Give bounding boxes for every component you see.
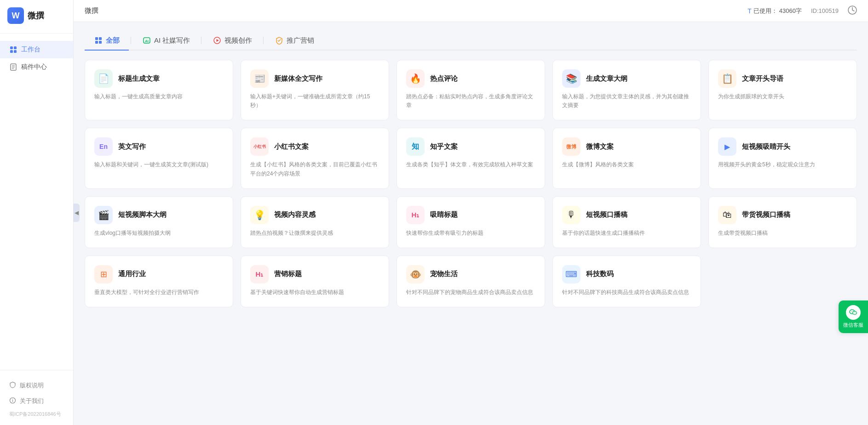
card-header: 📋 文章开头导语 (718, 69, 847, 88)
card-title-hook-title: 吸睛标题 (430, 210, 458, 219)
wechat-service-label: 微信客服 (843, 322, 863, 329)
card-short-script[interactable]: 🎬 短视频脚本大纲 生成vlog口播等短视频拍摄大纲 (85, 196, 233, 248)
card-icon-short-script2: 🎙 (562, 206, 581, 224)
shield-check-icon (275, 36, 284, 45)
card-header: 小红书 小红书文案 (250, 137, 379, 156)
card-marketing-title[interactable]: H₁ 营销标题 基于关键词快速帮你自动生成营销标题 (241, 255, 389, 307)
card-video-inspiration[interactable]: 💡 视频内容灵感 踏热点拍视频？让微撰来提供灵感 (241, 196, 389, 248)
card-short-script2[interactable]: 🎙 短视频口播稿 基于你的话题快速生成口播播稿件 (552, 196, 701, 248)
card-pet-life[interactable]: 🐵 宠物生活 针对不同品牌下的宠物商品生成符合该商品卖点信息 (397, 255, 545, 307)
video-icon (213, 36, 222, 45)
sidebar-collapse-button[interactable]: ◀ (73, 204, 80, 222)
main-area: 微撰 T 已使用： 43060字 ID:100519 全部 (74, 0, 868, 425)
card-icon-hook-title: H₁ (406, 206, 425, 224)
card-xiaohongshu[interactable]: 小红书 小红书文案 生成【小红书】风格的各类文案，目前已覆盖小红书平台的24个内… (241, 128, 389, 188)
tab-bar: 全部 AI AI 社媒写作 视频创作 推广营销 (85, 31, 857, 51)
workbench-icon (9, 45, 17, 54)
card-title-ecommerce-script: 带货视频口播稿 (742, 210, 790, 219)
card-title-outline: 生成文章大纲 (586, 74, 627, 83)
sidebar-item-workbench[interactable]: 工作台 (0, 41, 73, 58)
sidebar-footer-copyright[interactable]: 版权说明 (0, 378, 73, 393)
card-icon-title-article: 📄 (94, 69, 113, 88)
card-icon-outline: 📚 (562, 69, 581, 88)
card-title-opening: 文章开头导语 (742, 74, 783, 83)
topbar: 微撰 T 已使用： 43060字 ID:100519 (74, 0, 868, 22)
card-icon-short-video-hook: ▶ (718, 137, 736, 156)
card-header: H₁ 吸睛标题 (406, 206, 535, 224)
card-icon-ecommerce-script: 🛍 (718, 206, 736, 224)
card-hot-comment[interactable]: 🔥 热点评论 踏热点必备：粘贴实时热点内容，生成多角度评论文章 (397, 60, 545, 120)
logo-text: 微撰 (28, 10, 44, 21)
wechat-service-button[interactable]: 微信客服 (839, 300, 868, 333)
card-desc-zhihu: 生成各类【知乎】体文章，有效完成软植入种草文案 (406, 160, 535, 169)
card-tech-digital[interactable]: ⌨ 科技数码 针对不同品牌下的科技商品生成符合该商品卖点信息 (552, 255, 701, 307)
about-label: 关于我们 (20, 397, 44, 405)
card-header: 📰 新媒体全文写作 (250, 69, 379, 88)
cards-grid: 📄 标题生成文章 输入标题，一键生成高质量文章内容 📰 新媒体全文写作 输入标题… (85, 60, 857, 307)
sidebar-footer: 版权说明 关于我们 蜀ICP备2022016846号 (0, 370, 73, 425)
info-icon (9, 397, 16, 405)
card-desc-xiaohongshu: 生成【小红书】风格的各类文案，目前已覆盖小红书平台的24个内容场景 (250, 160, 379, 178)
logout-icon[interactable] (848, 6, 857, 16)
card-desc-short-video-hook: 用视频开头的黄金5秒，稳定观众注意力 (718, 160, 847, 169)
svg-point-10 (12, 399, 13, 399)
tab-all[interactable]: 全部 (85, 31, 129, 51)
card-general-industry[interactable]: ⊞ 通用行业 垂直类大模型，可针对全行业进行营销写作 (85, 255, 233, 307)
card-title-short-script2: 短视频口播稿 (586, 210, 627, 219)
card-icon-hot-comment: 🔥 (406, 69, 425, 88)
card-title-short-script: 短视频脚本大纲 (118, 210, 167, 219)
card-icon-english: En (94, 137, 113, 156)
wechat-icon (846, 305, 861, 320)
card-zhihu[interactable]: 知 知乎文案 生成各类【知乎】体文章，有效完成软植入种草文案 (397, 128, 545, 188)
tab-social[interactable]: AI AI 社媒写作 (133, 31, 199, 51)
card-icon-short-script: 🎬 (94, 206, 113, 224)
shield-icon (9, 381, 16, 390)
card-hook-title[interactable]: H₁ 吸睛标题 快速帮你生成带有吸引力的标题 (397, 196, 545, 248)
card-title-article[interactable]: 📄 标题生成文章 输入标题，一键生成高质量文章内容 (85, 60, 233, 120)
card-header: 🎬 短视频脚本大纲 (94, 206, 224, 224)
usage-label: 已使用： (753, 7, 777, 15)
tab-video-label: 视频创作 (224, 36, 252, 45)
card-new-media[interactable]: 📰 新媒体全文写作 输入标题+关键词，一键准确生成所需文章（约15秒） (241, 60, 389, 120)
card-short-video-hook[interactable]: ▶ 短视频吸睛开头 用视频开头的黄金5秒，稳定观众注意力 (708, 128, 857, 188)
card-icon-general-industry: ⊞ (94, 265, 113, 283)
card-icon-video-inspiration: 💡 (250, 206, 269, 224)
card-header: 💡 视频内容灵感 (250, 206, 379, 224)
svg-point-24 (854, 312, 854, 313)
content-area: 全部 AI AI 社媒写作 视频创作 推广营销 (74, 22, 868, 425)
card-outline[interactable]: 📚 生成文章大纲 输入标题，为您提供文章主体的灵感，并为其创建推文摘要 (552, 60, 701, 120)
card-header: 🎙 短视频口播稿 (562, 206, 691, 224)
sidebar-footer-about[interactable]: 关于我们 (0, 393, 73, 409)
card-weibo[interactable]: 微博 微博文案 生成【微博】风格的各类文案 (552, 128, 701, 188)
card-desc-short-script2: 基于你的话题快速生成口播播稿件 (562, 229, 691, 238)
svg-point-25 (855, 312, 856, 313)
usage-count: 43060字 (779, 7, 802, 15)
tab-video[interactable]: 视频创作 (203, 31, 261, 51)
sidebar-item-drafts[interactable]: 稿件中心 (0, 58, 73, 76)
svg-rect-2 (10, 50, 13, 53)
card-icon-zhihu: 知 (406, 137, 425, 156)
card-header: ▶ 短视频吸睛开头 (718, 137, 847, 156)
card-header: 🔥 热点评论 (406, 69, 535, 88)
card-icon-opening: 📋 (718, 69, 736, 88)
card-icon-new-media: 📰 (250, 69, 269, 88)
tab-social-label: AI 社媒写作 (154, 36, 190, 45)
svg-rect-15 (99, 41, 102, 44)
card-desc-general-industry: 垂直类大模型，可针对全行业进行营销写作 (94, 288, 224, 297)
card-icon-tech-digital: ⌨ (562, 265, 581, 283)
grid-icon (94, 36, 103, 45)
card-title-weibo: 微博文案 (586, 142, 614, 151)
card-desc-opening: 为你生成抓眼球的文章开头 (718, 92, 847, 101)
card-header: 微博 微博文案 (562, 137, 691, 156)
sidebar-item-label-drafts: 稿件中心 (21, 63, 47, 71)
tab-all-label: 全部 (106, 36, 120, 45)
card-opening[interactable]: 📋 文章开头导语 为你生成抓眼球的文章开头 (708, 60, 857, 120)
card-english[interactable]: En 英文写作 输入标题和关键词，一键生成英文文章(测试版) (85, 128, 233, 188)
tab-marketing[interactable]: 推广营销 (265, 31, 323, 51)
card-desc-ecommerce-script: 生成带货视频口播稿 (718, 229, 847, 238)
card-header: 📚 生成文章大纲 (562, 69, 691, 88)
card-ecommerce-script[interactable]: 🛍 带货视频口播稿 生成带货视频口播稿 (708, 196, 857, 248)
card-header: 知 知乎文案 (406, 137, 535, 156)
card-desc-new-media: 输入标题+关键词，一键准确生成所需文章（约15秒） (250, 92, 379, 110)
icp-text: 蜀ICP备2022016846号 (0, 409, 73, 421)
